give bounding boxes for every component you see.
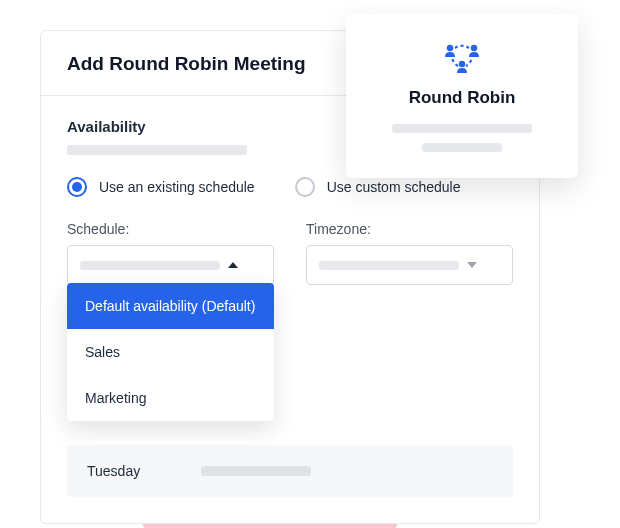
skeleton-line <box>67 145 247 155</box>
skeleton-line <box>201 466 311 476</box>
skeleton-line <box>422 143 502 152</box>
svg-point-2 <box>459 61 465 67</box>
schedule-label: Schedule: <box>67 221 274 237</box>
radio-custom-schedule[interactable]: Use custom schedule <box>295 177 461 197</box>
schedule-type-radio-group: Use an existing schedule Use custom sche… <box>67 177 513 197</box>
timezone-field: Timezone: <box>306 221 513 285</box>
caret-down-icon <box>467 262 477 268</box>
dropdown-item-marketing[interactable]: Marketing <box>67 375 274 421</box>
round-robin-card[interactable]: Round Robin <box>346 14 578 178</box>
radio-label: Use custom schedule <box>327 179 461 195</box>
dropdown-item-default[interactable]: Default availability (Default) <box>67 283 274 329</box>
dropdown-item-sales[interactable]: Sales <box>67 329 274 375</box>
round-robin-title: Round Robin <box>368 88 556 108</box>
radio-label: Use an existing schedule <box>99 179 255 195</box>
svg-point-1 <box>471 45 477 51</box>
day-row: Tuesday <box>67 445 513 497</box>
radio-existing-schedule[interactable]: Use an existing schedule <box>67 177 255 197</box>
schedule-select[interactable] <box>67 245 274 285</box>
skeleton-line <box>392 124 532 133</box>
day-label-tuesday: Tuesday <box>87 463 157 479</box>
skeleton-line <box>80 261 220 270</box>
svg-point-0 <box>447 45 453 51</box>
timezone-label: Timezone: <box>306 221 513 237</box>
day-schedule-panel: Tuesday <box>67 445 513 497</box>
caret-up-icon <box>228 262 238 268</box>
field-row: Schedule: Default availability (Default)… <box>67 221 513 285</box>
schedule-dropdown: Default availability (Default) Sales Mar… <box>67 283 274 421</box>
schedule-field: Schedule: Default availability (Default)… <box>67 221 274 285</box>
skeleton-line <box>319 261 459 270</box>
radio-icon <box>67 177 87 197</box>
radio-icon <box>295 177 315 197</box>
round-robin-icon <box>436 34 488 80</box>
timezone-select[interactable] <box>306 245 513 285</box>
